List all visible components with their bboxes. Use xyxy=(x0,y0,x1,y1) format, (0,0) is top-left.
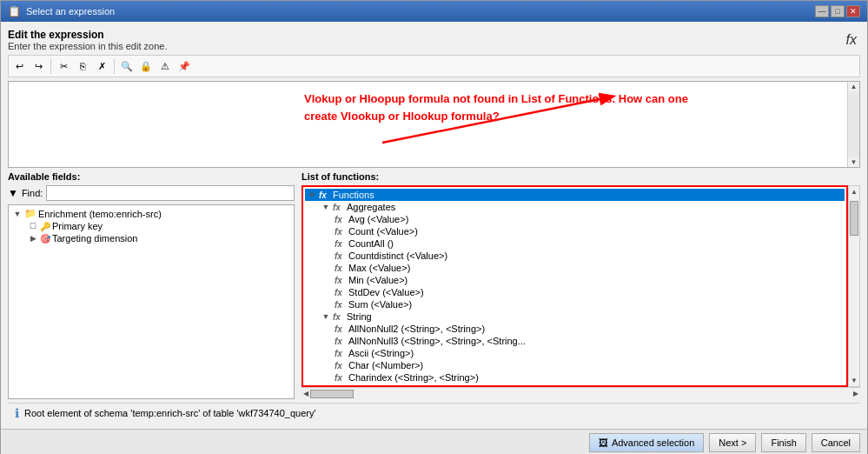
label-primarykey: Primary key xyxy=(52,221,103,231)
func-item-ascii[interactable]: fx Ascii (<String>) xyxy=(333,347,845,359)
functions-vscroll[interactable]: ▲ ▼ xyxy=(848,185,860,387)
expand-enrichment[interactable]: ▼ xyxy=(12,209,23,219)
func-item-char[interactable]: fx Char (<Number>) xyxy=(333,359,845,371)
fx-icon-count: fx xyxy=(335,227,347,237)
toolbar-warning[interactable]: ⚠ xyxy=(156,57,174,75)
functions-hscroll[interactable]: ◀ ▶ xyxy=(301,387,860,399)
advanced-selection-button[interactable]: 🖼 Advanced selection xyxy=(589,433,704,452)
label-string: String xyxy=(347,311,372,322)
tree-item-enrichment[interactable]: ▼ 📁 Enrichment (temo:enrich-src) xyxy=(10,207,292,220)
close-button[interactable]: ✕ xyxy=(846,5,860,17)
func-item-min[interactable]: fx Min (<Value>) xyxy=(333,274,845,286)
fx-icon-countdistinct: fx xyxy=(335,251,347,261)
expand-string[interactable]: ▼ xyxy=(321,311,331,322)
fx-icon-sum: fx xyxy=(335,300,347,310)
bottom-bar: 🖼 Advanced selection Next > Finish Cance… xyxy=(1,429,867,454)
find-input[interactable] xyxy=(46,185,295,201)
expand-functions[interactable]: ▼ xyxy=(307,190,317,200)
scroll-thumb-v[interactable] xyxy=(850,201,858,236)
func-item-stddev[interactable]: fx StdDev (<Value>) xyxy=(333,286,845,298)
cancel-button[interactable]: Cancel xyxy=(812,433,860,452)
label-aggregates: Aggregates xyxy=(347,202,395,212)
fx-icon-allnonnull2: fx xyxy=(335,324,347,334)
func-item-sum[interactable]: fx Sum (<Value>) xyxy=(333,298,845,310)
fx-icon-functions: fx xyxy=(319,190,331,200)
scroll-up-arrow[interactable]: ▲ xyxy=(849,186,859,197)
key-icon: 🔑 xyxy=(40,222,50,231)
label-max: Max (<Value>) xyxy=(348,263,410,273)
title-bar-left: 📋 Select an expression xyxy=(8,5,115,17)
advanced-selection-icon: 🖼 xyxy=(599,437,608,448)
fx-icon-string: fx xyxy=(333,312,345,322)
func-child-string-items: fx AllNonNull2 (<String>, <String>) fx A… xyxy=(333,323,845,384)
fx-icon-aggregates: fx xyxy=(333,203,345,212)
toolbar-undo[interactable]: ↩ xyxy=(10,57,28,75)
edit-title-section: Edit the expression Enter the expression… xyxy=(8,29,167,51)
fx-icon-allnonnull3: fx xyxy=(335,337,347,346)
expand-targeting[interactable]: ▶ xyxy=(28,233,38,244)
toolbar-lock[interactable]: 🔒 xyxy=(137,57,155,75)
label-allnonnull3: AllNonNull3 (<String>, <String>, <String… xyxy=(348,336,526,346)
tree-item-targeting[interactable]: ▶ 🎯 Targeting dimension xyxy=(26,232,292,244)
toolbar-search[interactable]: 🔍 xyxy=(118,57,136,75)
window-title: Select an expression xyxy=(26,6,115,17)
fx-icon-avg: fx xyxy=(335,215,347,224)
minimize-button[interactable]: — xyxy=(815,5,829,17)
functions-label: List of functions: xyxy=(301,171,860,182)
scroll-down-arrow[interactable]: ▼ xyxy=(849,375,859,386)
fx-icon-stddev: fx xyxy=(335,288,347,297)
toolbar-pin[interactable]: 📌 xyxy=(176,57,193,75)
fx-icon-char: fx xyxy=(335,361,347,371)
next-button[interactable]: Next > xyxy=(709,433,756,452)
func-item-countdistinct[interactable]: fx Countdistinct (<Value>) xyxy=(333,250,845,262)
expand-primarykey[interactable]: ☐ xyxy=(28,221,38,231)
main-panels: Available fields: ▼ Find: ▼ 📁 Enrichment… xyxy=(8,171,860,399)
fx-icon-countall: fx xyxy=(335,239,347,249)
label-avg: Avg (<Value>) xyxy=(348,214,408,224)
maximize-button[interactable]: □ xyxy=(831,5,845,17)
func-item-countall[interactable]: fx CountAll () xyxy=(333,237,845,250)
label-min: Min (<Value>) xyxy=(348,275,407,285)
fx-icon-ascii: fx xyxy=(335,349,347,358)
func-item-allnonnull2[interactable]: fx AllNonNull2 (<String>, <String>) xyxy=(333,323,845,335)
fields-tree[interactable]: ▼ 📁 Enrichment (temo:enrich-src) ☐ 🔑 Pri… xyxy=(8,204,295,399)
finish-button[interactable]: Finish xyxy=(761,433,805,452)
fx-icon-charindex: fx xyxy=(335,373,347,383)
func-item-allnonnull3[interactable]: fx AllNonNull3 (<String>, <String>, <Str… xyxy=(333,335,845,347)
hscroll-right-arrow[interactable]: ▶ xyxy=(851,389,860,398)
window: 📋 Select an expression — □ ✕ Edit the ex… xyxy=(0,0,868,454)
expand-aggregates[interactable]: ▼ xyxy=(321,202,331,212)
label-sum: Sum (<Value>) xyxy=(348,299,412,310)
func-item-avg[interactable]: fx Avg (<Value>) xyxy=(333,213,845,225)
content-area: Edit the expression Enter the expression… xyxy=(1,22,867,429)
window-icon: 📋 xyxy=(8,5,21,17)
toolbar-cut[interactable]: ✂ xyxy=(55,57,72,75)
func-item-string[interactable]: ▼ fx String xyxy=(319,310,845,323)
toolbar-copy[interactable]: ⎘ xyxy=(74,57,91,75)
label-ascii: Ascii (<String>) xyxy=(348,348,414,358)
fx-icon-max: fx xyxy=(335,264,347,273)
expression-edit-area[interactable]: Vlokup or Hloopup formula not found in L… xyxy=(8,81,860,168)
hscroll-left-arrow[interactable]: ◀ xyxy=(301,389,310,398)
func-item-functions[interactable]: ▼ fx Functions xyxy=(305,189,845,201)
scroll-thumb-h[interactable] xyxy=(310,390,354,398)
func-item-count[interactable]: fx Count (<Value>) xyxy=(333,225,845,237)
tree-item-primarykey[interactable]: ☐ 🔑 Primary key xyxy=(26,220,292,232)
toolbar-delete[interactable]: ✗ xyxy=(93,57,110,75)
label-char: Char (<Number>) xyxy=(348,360,423,371)
find-label: Find: xyxy=(22,188,43,198)
func-item-aggregates[interactable]: ▼ fx Aggregates xyxy=(319,201,845,213)
textarea-vscroll[interactable]: ▲ ▼ xyxy=(847,82,859,167)
func-item-charindex[interactable]: fx Charindex (<String>, <String>) xyxy=(333,371,845,384)
func-item-max[interactable]: fx Max (<Value>) xyxy=(333,262,845,274)
toolbar-sep2 xyxy=(114,58,115,74)
functions-tree[interactable]: ▼ fx Functions ▼ fx Aggregates xyxy=(301,185,848,387)
toolbar-redo[interactable]: ↪ xyxy=(30,57,47,75)
edit-title: Edit the expression xyxy=(8,29,167,41)
tree-child-enrichment: ☐ 🔑 Primary key ▶ 🎯 Targeting dimension xyxy=(26,220,292,244)
fx-icon-min: fx xyxy=(335,276,347,285)
filter-icon: ▼ xyxy=(8,187,18,199)
label-count: Count (<Value>) xyxy=(348,226,418,237)
func-child-aggregates: ▼ fx Aggregates fx Avg (<Value>) xyxy=(319,201,845,310)
edit-header: Edit the expression Enter the expression… xyxy=(8,29,860,51)
